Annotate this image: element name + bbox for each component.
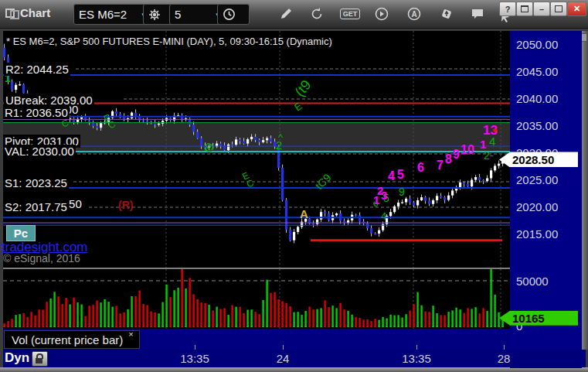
- pc-badge[interactable]: Pc: [6, 225, 36, 241]
- time-tick: [283, 345, 284, 350]
- auto-trade-button[interactable]: A: [405, 5, 423, 22]
- get-data-button[interactable]: GET: [338, 5, 362, 22]
- chart-annotation: 1: [373, 193, 379, 206]
- volume-chart-canvas[interactable]: [3, 269, 510, 329]
- minimize-icon: –: [539, 5, 544, 14]
- current-volume-value: 10165: [512, 312, 545, 325]
- axis-label: 2025.00: [516, 173, 558, 186]
- clock-icon: [223, 8, 236, 21]
- level-label: VAL: 2030.00: [3, 145, 76, 158]
- price-chart-canvas[interactable]: 1CECt9EC^2(t9EtC9c54942-21345678910131●A…: [3, 31, 510, 268]
- note-button[interactable]: [468, 5, 487, 22]
- time-axis[interactable]: Dyn 13:352413:3528: [3, 350, 586, 367]
- axis-label: 50000: [516, 275, 549, 288]
- current-price-tag: 2028.50: [499, 152, 578, 167]
- chart-annotation: 5: [397, 168, 404, 181]
- chart-annotation: E: [292, 100, 304, 113]
- time-label: 28: [498, 352, 511, 365]
- maximize-icon: [555, 5, 563, 12]
- axis-label: 2040.00: [516, 92, 558, 105]
- axis-label: 2045.00: [516, 65, 558, 78]
- chart-header: * ES M6=2, S&P 500 FUTURES E-MINI (DAY),…: [6, 36, 332, 47]
- chart-annotation: 7: [437, 159, 444, 172]
- symbol-value: ES M6=2: [79, 8, 127, 21]
- close-icon: ✕: [573, 4, 580, 14]
- minimize-button[interactable]: –: [533, 2, 550, 16]
- send-icon: [440, 7, 454, 21]
- help-icon: ?: [505, 5, 511, 14]
- play-icon: [374, 6, 389, 22]
- pencil-icon: [278, 6, 294, 22]
- chart-annotation: 1: [480, 138, 486, 151]
- auto-icon: A: [406, 6, 422, 22]
- chart-window: Chart ES M6=2 ▾ 5 ▾: [0, 0, 588, 372]
- chart-annotation: 10: [461, 143, 474, 156]
- chart-annotation: ●: [492, 125, 498, 135]
- time-label: 13:35: [180, 352, 209, 365]
- chart-annotation: 4: [388, 169, 395, 183]
- draw-tool-button[interactable]: [277, 5, 295, 22]
- interval-value: 5: [175, 8, 181, 21]
- chart-annotation: tC9: [313, 171, 334, 192]
- axis-label: 2035.00: [516, 119, 558, 132]
- svg-text:A: A: [411, 10, 416, 19]
- chart-annotation: 9: [453, 148, 460, 161]
- chart-annotation: 2-: [484, 149, 494, 162]
- window-title: Chart: [20, 6, 50, 19]
- time-template-button[interactable]: [217, 4, 250, 25]
- volume-study-label: Vol (current price bar): [4, 330, 140, 349]
- window-icon-2: [10, 10, 19, 19]
- time-label: 13:35: [402, 352, 431, 365]
- window-bottom-border: [0, 367, 588, 372]
- copyright-text: © eSignal, 2016: [3, 252, 80, 264]
- comment-icon: [470, 6, 485, 22]
- play-button[interactable]: [372, 5, 391, 22]
- chart-annotation: 2: [276, 138, 282, 152]
- close-button[interactable]: ✕: [567, 2, 586, 16]
- chart-annotation: 3: [381, 189, 387, 202]
- current-volume-tag: 10165: [499, 311, 578, 326]
- dyn-tab[interactable]: Dyn: [5, 350, 29, 366]
- popout-icon: [521, 5, 529, 12]
- time-tick: [504, 345, 505, 350]
- chart-annotation: (t9: [292, 77, 314, 100]
- symbol-dropdown[interactable]: ES M6=2 ▾: [73, 4, 151, 25]
- level-label: S2: 2017.75: [3, 200, 69, 213]
- chart-annotation: 9: [399, 186, 405, 198]
- level-label: R1: 2036.50: [3, 106, 70, 119]
- toolbar: Chart ES M6=2 ▾ 5 ▾: [0, 0, 588, 29]
- level-label: S1: 2023.25: [3, 176, 69, 189]
- axis-label: 2015.00: [516, 227, 558, 241]
- chart-annotation: 8: [445, 152, 452, 166]
- time-tick: [416, 345, 417, 350]
- chart-annotation: 6: [417, 161, 424, 174]
- get-icon: GET: [340, 9, 361, 19]
- time-label: 24: [277, 352, 290, 365]
- gear-icon: [148, 9, 161, 21]
- chart-annotation: (R): [118, 199, 133, 211]
- axis-label: 2050.00: [516, 38, 558, 51]
- chart-annotation: 4: [381, 210, 386, 222]
- help-button[interactable]: ?: [499, 2, 516, 16]
- maximize-button[interactable]: [550, 2, 567, 16]
- time-tick: [195, 345, 195, 350]
- send-order-button[interactable]: [437, 5, 456, 22]
- lock-button[interactable]: [32, 351, 48, 367]
- chart-annotation: A: [300, 207, 308, 220]
- refresh-icon: [309, 6, 325, 22]
- level-label: R2: 2044.25: [4, 63, 70, 76]
- close-study-icon[interactable]: ×: [126, 329, 136, 340]
- current-price-value: 2028.50: [512, 153, 554, 166]
- scrollbar-strip[interactable]: [582, 31, 588, 350]
- refresh-button[interactable]: [308, 5, 326, 22]
- popout-button[interactable]: [516, 2, 533, 16]
- axis-label: 2020.00: [516, 200, 558, 213]
